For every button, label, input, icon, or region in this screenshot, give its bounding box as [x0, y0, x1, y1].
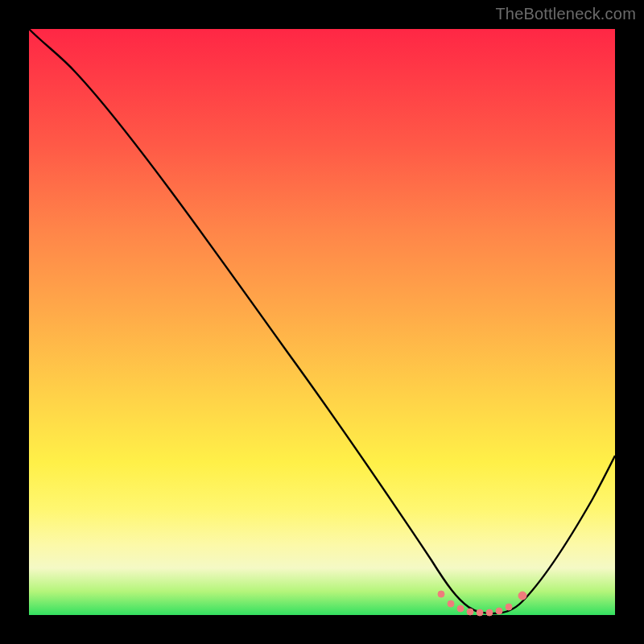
svg-point-1 — [448, 601, 454, 607]
svg-point-5 — [486, 609, 493, 616]
watermark-text: TheBottleneck.com — [495, 5, 636, 23]
svg-point-0 — [438, 591, 444, 597]
svg-point-7 — [506, 604, 512, 610]
svg-point-6 — [496, 608, 502, 614]
bottleneck-curve — [29, 29, 615, 613]
svg-point-4 — [477, 609, 483, 616]
plot-area — [29, 29, 615, 615]
valley-dots — [438, 591, 526, 616]
chart-frame: TheBottleneck.com — [0, 0, 644, 644]
svg-point-8 — [518, 592, 526, 600]
curve-layer — [29, 29, 615, 615]
svg-point-3 — [467, 609, 473, 615]
svg-point-2 — [457, 605, 464, 612]
